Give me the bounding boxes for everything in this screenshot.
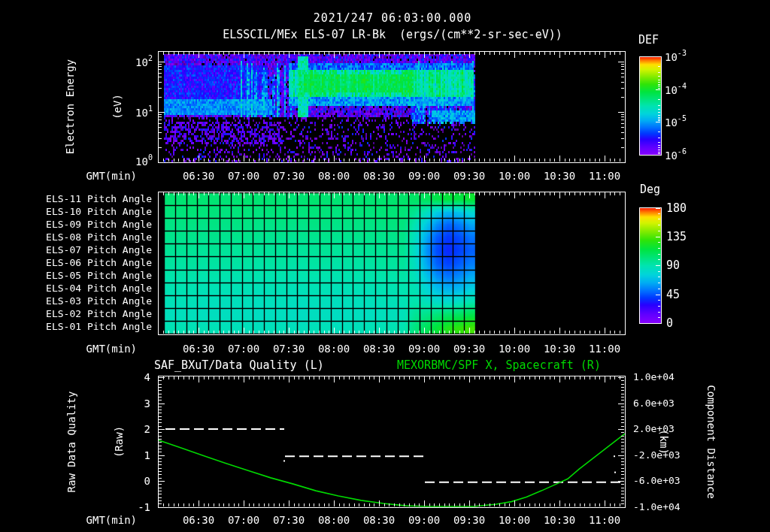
x-tick-label-p1-07:30: 07:30 bbox=[266, 170, 311, 182]
def-tick-10e-4: 10-4 bbox=[665, 83, 710, 96]
deg-tick-135: 135 bbox=[666, 230, 704, 243]
x-tick-label-p2-09:30: 09:30 bbox=[447, 343, 492, 355]
x-tick-label-p2-11:00: 11:00 bbox=[582, 343, 627, 355]
def-tick-10e-6: 10-6 bbox=[665, 148, 710, 162]
pitch-row-label-4: ELS-04 Pitch Angle bbox=[5, 283, 152, 294]
x-tick-label-p1-06:30: 06:30 bbox=[176, 170, 221, 182]
raw-quality-line2: (Raw) bbox=[111, 359, 127, 524]
x-tick-label-p3-09:00: 09:00 bbox=[402, 514, 447, 526]
component-distance-line1: Component Distance bbox=[703, 352, 719, 532]
pitch-row-label-3: ELS-03 Pitch Angle bbox=[5, 295, 152, 307]
x-tick-label-p3-07:30: 07:30 bbox=[266, 514, 311, 526]
p1-y-tick-10e1: 101 bbox=[120, 105, 153, 119]
x-tick-label-p1-10:30: 10:30 bbox=[537, 170, 582, 182]
x-tick-label-p3-10:00: 10:00 bbox=[492, 514, 537, 526]
date-title: 2021/247 06:03:00.000 bbox=[159, 11, 626, 25]
deg-tick-90: 90 bbox=[666, 258, 704, 272]
p3-right-tick-6.0e+03: 6.0e+03 bbox=[633, 397, 701, 409]
panel3-left-series-title: SAF_BXuT/Data Quality (L) bbox=[154, 358, 324, 372]
p3-left-tick-3: 3 bbox=[125, 397, 150, 410]
pitch-row-label-2: ELS-02 Pitch Angle bbox=[5, 308, 152, 319]
x-tick-label-p2-10:30: 10:30 bbox=[537, 343, 582, 355]
x-tick-label-p3-08:30: 08:30 bbox=[356, 514, 402, 526]
y-axis-label-raw-quality: Raw Data Quality (Raw) bbox=[32, 359, 64, 524]
x-tick-label-p1-09:00: 09:00 bbox=[402, 170, 447, 182]
plot-page: 2021/247 06:03:00.000 ELSSCIL/MEx ELS-07… bbox=[0, 0, 770, 532]
x-tick-label-p1-10:00: 10:00 bbox=[492, 170, 537, 182]
pitch-row-label-5: ELS-05 Pitch Angle bbox=[5, 270, 152, 281]
pitch-row-label-7: ELS-07 Pitch Angle bbox=[5, 244, 152, 255]
x-tick-label-p3-09:30: 09:30 bbox=[447, 514, 492, 526]
x-tick-label-p3-07:00: 07:00 bbox=[221, 514, 266, 526]
x-tick-label-p2-10:00: 10:00 bbox=[492, 343, 537, 355]
x-tick-label-p2-07:00: 07:00 bbox=[221, 343, 266, 355]
def-colorbar-title: DEF bbox=[638, 33, 659, 47]
p1-y-tick-10e2: 102 bbox=[120, 55, 153, 68]
p3-left-tick-1: 1 bbox=[125, 449, 150, 461]
x-tick-label-p3-08:00: 08:00 bbox=[311, 514, 356, 526]
p1-y-tick-10e0: 100 bbox=[120, 154, 153, 168]
pitch-row-label-10: ELS-10 Pitch Angle bbox=[5, 206, 152, 217]
p3-right-tick-2.0e+03: 2.0e+03 bbox=[633, 423, 701, 434]
x-tick-label-p2-08:30: 08:30 bbox=[356, 343, 402, 355]
def-tick-10e-5: 10-5 bbox=[665, 115, 710, 128]
p3-left-tick-0: 0 bbox=[125, 475, 150, 487]
x-tick-label-p1-07:00: 07:00 bbox=[221, 170, 266, 182]
pitch-row-label-6: ELS-06 Pitch Angle bbox=[5, 257, 152, 268]
panel3-right-series-title: MEXORBMC/SPF X, Spacecraft (R) bbox=[397, 358, 601, 372]
x-tick-label-p2-09:00: 09:00 bbox=[402, 343, 447, 355]
p3-right-tick--6.0e+03: -6.0e+03 bbox=[633, 475, 701, 486]
pitch-row-label-9: ELS-09 Pitch Angle bbox=[5, 219, 152, 230]
p3-left-tick-4: 4 bbox=[125, 371, 150, 383]
x-tick-label-p2-08:00: 08:00 bbox=[311, 343, 356, 355]
p3-right-tick--2.0e+03: -2.0e+03 bbox=[633, 449, 701, 461]
x-tick-label-p1-08:30: 08:30 bbox=[356, 170, 402, 182]
p3-right-tick--1.0e+04: -1.0e+04 bbox=[633, 501, 701, 512]
deg-tick-45: 45 bbox=[666, 288, 704, 301]
x-tick-label-p3-06:30: 06:30 bbox=[176, 514, 221, 526]
deg-colorbar-title: Deg bbox=[640, 183, 660, 196]
def-tick-10e-3: 10-3 bbox=[665, 50, 710, 63]
main-title: ELSSCIL/MEx ELS-07 LR-Bk (ergs/(cm**2-sr… bbox=[159, 28, 626, 41]
raw-quality-line1: Raw Data Quality bbox=[64, 359, 80, 524]
x-tick-label-p1-09:30: 09:30 bbox=[447, 170, 492, 182]
x-tick-label-p2-07:30: 07:30 bbox=[266, 343, 311, 355]
deg-tick-0: 0 bbox=[666, 316, 704, 330]
p3-left-tick--1: -1 bbox=[125, 501, 150, 513]
deg-tick-180: 180 bbox=[666, 201, 704, 215]
p3-right-tick-1.0e+04: 1.0e+04 bbox=[633, 371, 701, 382]
x-tick-label-p2-06:30: 06:30 bbox=[176, 343, 221, 355]
x-tick-label-p3-10:30: 10:30 bbox=[537, 514, 582, 526]
y-axis-label-component-distance: Component Distance (km) bbox=[719, 352, 750, 532]
pitch-row-label-8: ELS-08 Pitch Angle bbox=[5, 231, 152, 243]
y-axis-label-line1: Electron Energy bbox=[62, 24, 78, 189]
p3-left-tick-2: 2 bbox=[125, 423, 150, 435]
pitch-row-label-1: ELS-01 Pitch Angle bbox=[5, 321, 152, 332]
y-axis-label-electron-energy: Electron Energy (eV) bbox=[31, 24, 62, 189]
x-tick-label-p1-08:00: 08:00 bbox=[311, 170, 356, 182]
x-tick-label-p1-11:00: 11:00 bbox=[582, 170, 627, 182]
gmt-label-panel3: GMT(min) bbox=[77, 514, 137, 526]
pitch-row-label-11: ELS-11 Pitch Angle bbox=[5, 193, 152, 204]
gmt-label-panel1: GMT(min) bbox=[77, 170, 137, 182]
x-tick-label-p3-11:00: 11:00 bbox=[582, 514, 627, 526]
gmt-label-panel2: GMT(min) bbox=[77, 343, 137, 355]
